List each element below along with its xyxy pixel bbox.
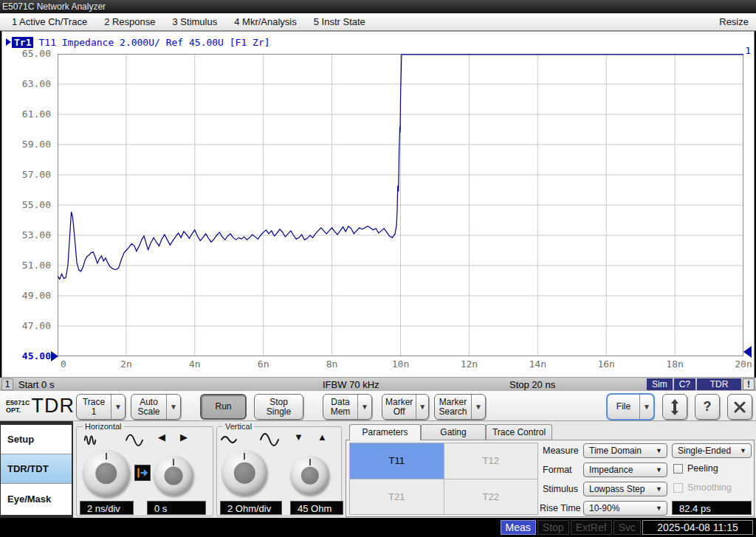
horizontal-position-left-icon[interactable]: ◀ xyxy=(158,432,165,443)
logo-opt: OPT. xyxy=(6,406,30,414)
left-reference-arrow-icon xyxy=(135,465,150,480)
tab-trace-control[interactable]: Trace Control xyxy=(486,424,552,440)
close-button[interactable] xyxy=(727,394,752,420)
menu-response[interactable]: 2 Response xyxy=(99,15,160,29)
trace-settings-text: T11 Impedance 2.000U/ Ref 45.00U [F1 Zr] xyxy=(38,37,269,48)
sidebar-item-eye-mask[interactable]: Eye/Mask xyxy=(1,484,72,513)
sidebar-item-tdr-tdt[interactable]: TDR/TDT xyxy=(1,454,72,484)
x-tick-label: 0 xyxy=(41,358,86,370)
menu-resize[interactable]: Resize xyxy=(714,15,756,29)
reference-level-marker-icon[interactable] xyxy=(51,351,58,361)
parameter-matrix: T11 T12 T21 T22 xyxy=(349,443,538,515)
marker-off-button[interactable]: MarkerOff ▼ xyxy=(382,394,429,420)
parameter-t22-button[interactable]: T22 xyxy=(444,479,538,515)
menu-stimulus[interactable]: 3 Stimulus xyxy=(168,15,223,29)
file-button[interactable]: File ▼ xyxy=(607,394,654,420)
vertical-position-readout: 45 Ohm xyxy=(290,501,343,515)
tab-parameters[interactable]: Parameters xyxy=(349,424,421,440)
x-tick-label: 2n xyxy=(104,358,148,370)
x-tick-label: 6n xyxy=(241,358,286,370)
stop-single-button[interactable]: StopSingle xyxy=(254,394,303,420)
parameter-t12-button[interactable]: T12 xyxy=(444,443,538,479)
marker-off-dropdown-arrow-icon[interactable]: ▼ xyxy=(416,395,428,419)
format-dropdown[interactable]: Impedance▼ xyxy=(583,462,667,477)
format-label: Format xyxy=(543,465,572,475)
vertical-scale-knob[interactable] xyxy=(221,450,267,496)
stimulus-dropdown[interactable]: Lowpass Step▼ xyxy=(583,482,667,496)
horizontal-position-knob[interactable] xyxy=(154,456,193,496)
logo-model: E5071C xyxy=(6,399,30,406)
peeling-checkbox[interactable]: Peeling xyxy=(673,463,718,474)
tab-gating[interactable]: Gating xyxy=(421,424,486,440)
measure-label: Measure xyxy=(543,446,579,456)
help-icon: ? xyxy=(704,399,712,415)
menu-instr-state[interactable]: 5 Instr State xyxy=(309,15,371,29)
vertical-group-title: Vertical xyxy=(223,422,254,431)
file-dropdown-arrow-icon[interactable]: ▼ xyxy=(639,395,653,419)
marker-search-button[interactable]: MarkerSearch ▼ xyxy=(434,394,486,420)
channel-corner-label: 1 xyxy=(745,45,751,56)
topology-dropdown[interactable]: Single-Ended▼ xyxy=(672,443,752,458)
horizontal-scale-knob[interactable] xyxy=(83,450,130,497)
updown-arrow-icon xyxy=(668,398,681,416)
x-tick-label: 20n xyxy=(721,358,756,370)
vertical-scale-compress-icon xyxy=(220,434,238,446)
tdr-mode-sidebar: Setup TDR/TDT Eye/Mask xyxy=(1,425,72,515)
plot-area xyxy=(58,54,743,356)
horizontal-position-readout: 0 s xyxy=(147,501,206,515)
help-button[interactable]: ? xyxy=(695,394,720,420)
instrument-status-bar: 1 Start 0 s IFBW 70 kHz Stop 20 ns Sim C… xyxy=(0,378,756,391)
vertical-scale-readout: 2 Ohm/div xyxy=(220,501,282,515)
horizontal-position-right-icon[interactable]: ▶ xyxy=(180,432,188,443)
measure-dropdown[interactable]: Time Domain▼ xyxy=(583,443,667,458)
status-start-label: Start 0 s xyxy=(18,379,54,390)
horizontal-reference-chip[interactable] xyxy=(134,465,151,481)
menu-active-ch-trace[interactable]: 1 Active Ch/Trace xyxy=(7,15,92,29)
trace-number-badge[interactable]: Tr1 xyxy=(12,37,33,48)
y-tick-label: 65.00 xyxy=(2,48,51,59)
sidebar-item-setup[interactable]: Setup xyxy=(1,425,72,454)
data-mem-button[interactable]: DataMem ▼ xyxy=(323,394,372,420)
logo-app-name: TDR xyxy=(32,395,75,418)
y-tick-label: 61.00 xyxy=(2,108,51,119)
x-tick-label: 4n xyxy=(173,358,217,370)
x-tick-label: 18n xyxy=(653,358,697,370)
svc-status-indicator: Svc xyxy=(614,520,641,535)
updown-scroll-button[interactable] xyxy=(662,394,687,420)
close-icon xyxy=(734,401,746,413)
system-status-bar: Meas Stop ExtRef Svc 2025-04-08 11:15 xyxy=(0,518,756,537)
menu-mkr-analysis[interactable]: 4 Mkr/Analysis xyxy=(229,15,302,29)
peeling-checkbox-box[interactable] xyxy=(673,464,683,474)
parameters-tab-body: T11 T12 T21 T22 Measure Time Domain▼ Sin… xyxy=(346,440,755,517)
status-badge-tdr: TDR xyxy=(697,378,741,390)
window-title: E5071C Network Analyzer xyxy=(0,0,756,13)
y-tick-label: 51.00 xyxy=(2,260,51,271)
auto-scale-button[interactable]: AutoScale ▼ xyxy=(131,394,181,420)
stimulus-dropdown-arrow-icon: ▼ xyxy=(656,485,662,493)
marker-search-dropdown-arrow-icon[interactable]: ▼ xyxy=(471,395,485,419)
rise-time-dropdown[interactable]: 10-90%▼ xyxy=(583,501,667,516)
horizontal-scale-expand-icon xyxy=(124,430,145,446)
x-tick-label: 12n xyxy=(447,358,491,370)
x-tick-label: 8n xyxy=(310,358,354,370)
trace-select-button[interactable]: Trace1 ▼ xyxy=(76,394,126,420)
instrument-screen: Tr1 T11 Impedance 2.000U/ Ref 45.00U [F1… xyxy=(1,31,755,378)
tdr-app-logo: E5071C OPT. TDR xyxy=(6,395,75,418)
vertical-position-up-icon[interactable]: ▲ xyxy=(317,432,327,443)
status-ifbw-label: IFBW 70 kHz xyxy=(323,379,379,390)
vertical-position-knob[interactable] xyxy=(290,456,329,495)
horizontal-scale-compress-icon xyxy=(81,430,99,446)
parameter-t11-button[interactable]: T11 xyxy=(350,443,444,479)
trace-info-line: Tr1 T11 Impedance 2.000U/ Ref 45.00U [F1… xyxy=(6,36,270,48)
run-button[interactable]: Run xyxy=(200,394,247,420)
status-badge-sim: Sim xyxy=(647,378,673,390)
parameter-t21-button[interactable]: T21 xyxy=(350,479,444,515)
datetime-display: 2025-04-08 11:15 xyxy=(642,520,753,535)
stimulus-label: Stimulus xyxy=(543,484,578,494)
data-mem-dropdown-arrow-icon[interactable]: ▼ xyxy=(357,395,371,419)
x-tick-label: 14n xyxy=(515,358,560,370)
trace-dropdown-arrow-icon[interactable]: ▼ xyxy=(111,395,125,419)
status-stop-label: Stop 20 ns xyxy=(509,379,555,390)
vertical-position-down-icon[interactable]: ▼ xyxy=(294,432,303,443)
auto-scale-dropdown-arrow-icon[interactable]: ▼ xyxy=(166,395,180,419)
